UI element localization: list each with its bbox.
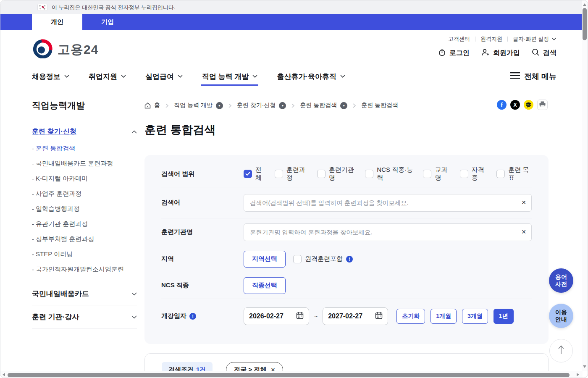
checkbox-checked (244, 170, 252, 178)
scope-checkbox[interactable]: 전체 (244, 166, 266, 182)
breadcrumb-home[interactable]: 홈 (144, 102, 160, 109)
utility-link[interactable]: 고객센터 (448, 35, 470, 43)
keyword-input[interactable] (244, 194, 532, 212)
remote-training-checkbox[interactable]: 원격훈련포함 ! (293, 255, 353, 263)
scroll-right-arrow[interactable] (577, 373, 579, 376)
institution-input[interactable] (244, 223, 532, 241)
breadcrumb-separator-icon (291, 103, 294, 108)
sidebar-group-training-search[interactable]: 훈련 찾기·신청 (32, 126, 137, 136)
utility-link-label: 원격지원 (480, 35, 502, 43)
site-header: 고용24 고객센터원격지원글자·화면 설정 로그인 (0, 30, 583, 68)
scope-checkbox[interactable]: NCS 직종·능력 (365, 166, 414, 182)
facebook-icon[interactable]: f (497, 100, 507, 110)
breadcrumb-item[interactable]: 직업 능력 개발▼ (174, 102, 223, 109)
scope-checkbox[interactable]: 교과명 (423, 166, 451, 182)
sidebar-item[interactable]: -STEP 이러닝 (32, 247, 137, 262)
tab-business[interactable]: 기업 (82, 14, 133, 30)
vertical-scrollbar-thumb[interactable] (583, 8, 587, 40)
breadcrumb-label: 홈 (154, 102, 160, 109)
korean-flag-icon (37, 4, 47, 11)
date-quick-button[interactable]: 3개월 (462, 309, 488, 324)
header-search-button[interactable]: 검색 (532, 48, 556, 58)
date-row: 개강일자 ! 2026-02-27 ~ 2027-02-27 (161, 299, 532, 333)
dash: - (32, 220, 34, 228)
signup-button[interactable]: 회원가입 (481, 48, 520, 58)
utility-link[interactable]: 글자·화면 설정 (513, 35, 556, 43)
checkbox-unchecked (275, 170, 283, 178)
utility-link-label: 고객센터 (448, 35, 470, 43)
remove-chip-icon[interactable]: ✕ (270, 367, 275, 371)
scroll-up-arrow[interactable] (583, 3, 586, 6)
kakao-icon[interactable]: TALK (524, 100, 533, 110)
calendar-icon (296, 312, 304, 321)
nav-item-label: 취업지원 (89, 72, 117, 81)
sidebar-group-naeil-card[interactable]: 국민내일배움카드 (32, 282, 137, 305)
nav-item-label: 출산휴가·육아휴직 (277, 72, 336, 81)
nav-item[interactable]: 실업급여 (145, 68, 183, 85)
info-icon[interactable]: ! (346, 256, 353, 262)
sidebar-item[interactable]: -일학습병행과정 (32, 201, 137, 216)
nav-item[interactable]: 취업지원 (89, 68, 126, 85)
breadcrumb-item[interactable]: 훈련 찾기·신청▼ (237, 102, 286, 109)
nav-item[interactable]: 출산휴가·육아휴직 (277, 68, 345, 85)
horizontal-scrollbar (0, 371, 583, 378)
breadcrumb-dropdown-icon[interactable]: ▼ (279, 102, 286, 109)
breadcrumb-label: 훈련 통합검색 (300, 102, 337, 109)
sidebar-group-institution[interactable]: 훈련 기관·강사 (32, 305, 137, 328)
keyword-label: 검색어 (161, 199, 244, 207)
nav-item[interactable]: 채용정보 (32, 68, 69, 85)
chevron-down-icon (178, 75, 183, 78)
print-button[interactable] (537, 100, 548, 110)
breadcrumb-dropdown-icon[interactable]: ▼ (340, 102, 347, 109)
sidebar-item[interactable]: -국가인적자원개발컨소시엄훈련 (32, 262, 137, 277)
x-icon[interactable]: X (510, 100, 520, 110)
checkbox-unchecked (365, 170, 373, 178)
scope-checkbox[interactable]: 훈련 목표 (496, 166, 532, 182)
usage-guide-button[interactable]: 이용안내 (549, 304, 573, 328)
page-viewport: 이 누리집은 대한민국 공식 전자정부 누리집입니다. 개인 기업 고용24 고… (0, 0, 583, 371)
date-quick-button[interactable]: 초기화 (396, 309, 425, 324)
start-date-input[interactable]: 2026-02-27 (244, 307, 309, 325)
nav-item-label: 실업급여 (145, 72, 174, 81)
end-date-input[interactable]: 2027-02-27 (323, 307, 388, 325)
clear-icon[interactable]: ✕ (521, 228, 526, 235)
date-quick-button[interactable]: 1년 (494, 309, 514, 324)
region-select-button[interactable]: 지역선택 (244, 251, 286, 268)
utility-link[interactable]: 원격지원 (480, 35, 502, 43)
all-menu-button[interactable]: 전체 메뉴 (510, 68, 556, 85)
sidebar-item[interactable]: -국민내일배움카드 훈련과정 (32, 156, 137, 171)
scope-checkbox[interactable]: 훈련기관명 (317, 166, 357, 182)
checkbox-unchecked (496, 170, 505, 178)
chevron-down-icon (121, 75, 126, 78)
sidebar-item[interactable]: -사업주 훈련과정 (32, 186, 137, 201)
date-quick-button[interactable]: 1개월 (430, 309, 457, 324)
sidebar-item[interactable]: -정부부처별 훈련과정 (32, 231, 137, 247)
breadcrumb-dropdown-icon[interactable]: ▼ (216, 102, 223, 109)
scope-checkbox[interactable]: 훈련과정 (275, 166, 308, 182)
scroll-left-arrow[interactable] (3, 373, 5, 376)
login-button[interactable]: 로그인 (438, 48, 470, 58)
info-icon[interactable]: ! (189, 313, 196, 320)
search-form-card: 검색어 범위 전체훈련과정훈련기관명NCS 직종·능력교과명자격증훈련 목표 검… (144, 155, 549, 344)
scroll-to-top-button[interactable] (549, 339, 573, 362)
ncs-select-button[interactable]: 직종선택 (244, 277, 286, 294)
glossary-button[interactable]: 용어사전 (549, 268, 573, 293)
sidebar-item[interactable]: -유관기관 훈련과정 (32, 216, 137, 231)
site-logo[interactable]: 고용24 (33, 39, 98, 60)
dash: - (32, 266, 34, 273)
site-tab-bar: 개인 기업 (0, 14, 583, 30)
institution-label: 훈련기관명 (161, 228, 244, 236)
clear-icon[interactable]: ✕ (521, 199, 526, 206)
keyword-row: 검색어 ✕ (161, 187, 532, 218)
nav-item[interactable]: 직업 능력 개발 (202, 68, 257, 85)
scope-checkbox[interactable]: 자격증 (460, 166, 488, 182)
sidebar-item-label: K-디지털 아카데미 (36, 175, 88, 183)
sidebar-item[interactable]: -훈련 통합검색 (32, 141, 137, 156)
condition-chip[interactable]: 전국 > 전체✕ (226, 362, 283, 371)
tab-personal[interactable]: 개인 (32, 14, 82, 30)
scroll-down-arrow[interactable] (583, 365, 586, 368)
sidebar-item[interactable]: -K-디지털 아카데미 (32, 171, 137, 186)
breadcrumb-item: 훈련 통합검색 (361, 102, 398, 109)
breadcrumb-item[interactable]: 훈련 통합검색▼ (300, 102, 347, 109)
horizontal-scrollbar-thumb[interactable] (8, 373, 570, 377)
